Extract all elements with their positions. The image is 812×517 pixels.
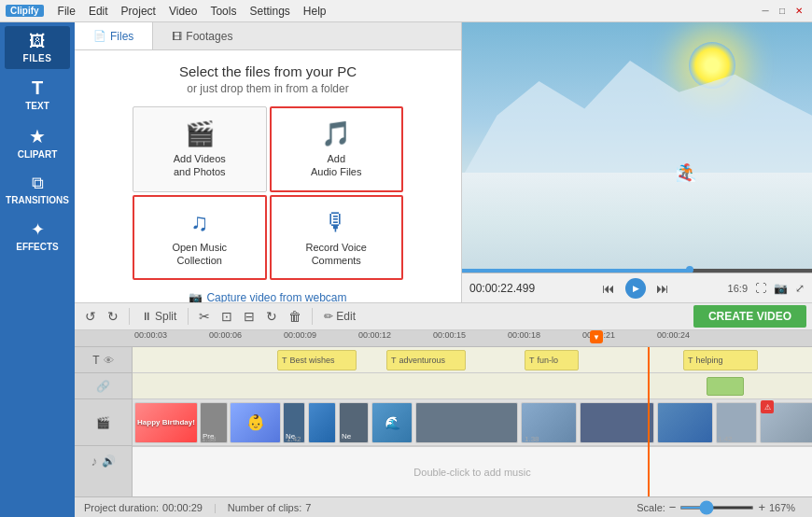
video-clip-11[interactable] xyxy=(657,402,713,443)
text-clip-icon3: T xyxy=(529,356,535,365)
duration-value: 00:00:29 xyxy=(162,502,203,513)
add-videos-button[interactable]: 🎬 Add Videosand Photos xyxy=(133,106,267,192)
files-tab-icon: 📄 xyxy=(93,30,106,42)
menu-video[interactable]: Video xyxy=(162,3,203,20)
tick-4: 00:00:15 xyxy=(433,330,466,340)
text-track-label2: 🔗 xyxy=(75,373,132,399)
redo-btn[interactable]: ↻ xyxy=(103,307,123,326)
duplicate-btn[interactable]: ⊟ xyxy=(239,307,259,326)
sidebar-item-transitions[interactable]: ⧉ TRANSITIONS xyxy=(5,168,70,211)
divider2 xyxy=(188,308,189,325)
clip-fun-loving[interactable]: T fun-lo xyxy=(525,350,579,370)
menu-help[interactable]: Help xyxy=(297,3,333,20)
menu-bar: Clipify File Edit Project Video Tools Se… xyxy=(0,0,812,22)
clips-value: 7 xyxy=(305,502,311,513)
tick-5: 00:00:18 xyxy=(508,330,540,340)
tab-files[interactable]: 📄 Files xyxy=(75,22,153,49)
progress-handle[interactable] xyxy=(686,266,693,272)
sidebar-item-clipart[interactable]: ★ CLIPART xyxy=(5,119,70,165)
separator1: | xyxy=(214,502,217,513)
video-clip-3[interactable]: 👶 xyxy=(230,402,281,443)
scale-minus[interactable]: − xyxy=(669,500,677,514)
divider1 xyxy=(129,308,130,325)
clip-best-wishes[interactable]: T Best wishes xyxy=(277,350,357,370)
prev-frame-btn[interactable]: ⏮ xyxy=(599,279,618,298)
close-btn[interactable]: ✕ xyxy=(791,4,806,19)
add-audio-icon: 🎵 xyxy=(321,119,351,148)
play-pause-btn[interactable]: ▶ xyxy=(625,278,646,299)
text-track-row2 xyxy=(133,373,812,399)
split-btn[interactable]: ⏸ Split xyxy=(135,308,182,325)
footages-tab-label: Footages xyxy=(186,30,232,43)
cursor-marker[interactable]: ▼ xyxy=(590,330,603,343)
audio-track-label: ♪ 🔊 xyxy=(75,446,132,476)
clips-label: Number of clips: xyxy=(228,502,301,513)
video-clip-7[interactable]: 🌊 xyxy=(371,402,413,443)
add-videos-label: Add Videosand Photos xyxy=(174,152,226,179)
video-clip-birthday[interactable]: Happy Birthday! xyxy=(134,402,198,443)
webcam-link[interactable]: 📷 Capture video from webcam xyxy=(189,291,346,302)
menu-project[interactable]: Project xyxy=(115,3,162,20)
crop-btn[interactable]: ⊡ xyxy=(217,307,237,326)
scale-plus[interactable]: + xyxy=(758,500,765,514)
delete-btn[interactable]: 🗑 xyxy=(284,307,306,326)
files-title: Select the files from your PC xyxy=(179,63,357,79)
tabs-row: 📄 Files 🎞 Footages xyxy=(75,22,461,50)
snapshot-btn[interactable]: 📷 xyxy=(774,282,788,295)
video-track-row: Happy Birthday! Pre 👶 Ne Ne 🌊 xyxy=(133,399,812,446)
record-voice-button[interactable]: 🎙 Record VoiceComments xyxy=(270,195,404,281)
file-buttons-grid: 🎬 Add Videosand Photos 🎵 AddAudio Files … xyxy=(133,106,403,280)
split-label: Split xyxy=(155,310,176,323)
maximize-btn[interactable]: □ xyxy=(775,4,790,19)
video-frame: 🏂 xyxy=(462,22,812,272)
ruler-ticks: 00:00:03 00:00:06 00:00:09 00:00:12 00:0… xyxy=(133,330,812,346)
cut-btn[interactable]: ✂ xyxy=(194,307,215,326)
video-clip-10[interactable] xyxy=(580,402,654,443)
menu-file[interactable]: File xyxy=(51,3,82,20)
video-clip-6[interactable]: Ne xyxy=(339,402,369,443)
menu-tools[interactable]: Tools xyxy=(203,3,243,20)
expand-btn[interactable]: ⤢ xyxy=(795,282,805,295)
scale-label: Scale: xyxy=(637,502,665,513)
undo-btn[interactable]: ↺ xyxy=(80,307,101,326)
fullscreen-btn[interactable]: ⛶ xyxy=(755,282,766,295)
sidebar-item-effects[interactable]: ✦ EFFECTS xyxy=(5,214,70,258)
tracks-area: T 👁 🔗 🎬 ♪ 🔊 xyxy=(75,347,812,496)
files-subtitle: or just drop them in from a folder xyxy=(187,82,348,95)
text-clip-icon4: T xyxy=(688,356,693,365)
create-video-btn[interactable]: CREATE VIDEO xyxy=(693,305,806,328)
video-clip-5[interactable] xyxy=(308,402,336,443)
audio-track-row[interactable]: Double-click to add music xyxy=(133,446,812,496)
next-frame-btn[interactable]: ⏭ xyxy=(653,279,672,298)
text-track-row1: T Best wishes T adventurous T fun-lo T xyxy=(133,347,812,373)
timeline: 00:00:03 00:00:06 00:00:09 00:00:12 00:0… xyxy=(75,330,812,496)
scale-percent: 167% xyxy=(769,502,803,513)
open-music-button[interactable]: ♫ Open MusicCollection xyxy=(133,195,267,281)
record-voice-label: Record VoiceComments xyxy=(306,241,367,268)
tab-footages[interactable]: 🎞 Footages xyxy=(153,22,251,49)
files-content: Select the files from your PC or just dr… xyxy=(75,50,461,302)
files-label: FILES xyxy=(23,53,52,63)
clipart-label: CLIPART xyxy=(18,149,58,160)
menu-settings[interactable]: Settings xyxy=(243,3,296,20)
add-audio-button[interactable]: 🎵 AddAudio Files xyxy=(270,106,404,192)
sidebar-item-files[interactable]: 🖼 FILES xyxy=(5,26,70,69)
edit-btn[interactable]: ✏ Edit xyxy=(318,308,361,325)
clip-adventurous[interactable]: T adventurous xyxy=(386,350,466,370)
clip-green1[interactable] xyxy=(707,377,744,396)
menu-edit[interactable]: Edit xyxy=(82,3,115,20)
sidebar-item-text[interactable]: T TEXT xyxy=(5,72,70,117)
tick-2: 00:00:09 xyxy=(284,330,316,340)
effects-label: EFFECTS xyxy=(16,242,59,252)
clip-helping[interactable]: T helping xyxy=(683,350,758,370)
minimize-btn[interactable]: ─ xyxy=(758,4,773,19)
duration-label: Project duration: xyxy=(84,502,159,513)
scale-slider[interactable] xyxy=(679,506,754,510)
video-track-label: 🎬 xyxy=(75,399,132,446)
footages-tab-icon: 🎞 xyxy=(172,31,182,42)
text-track-label: T 👁 xyxy=(75,347,132,373)
rotate-btn[interactable]: ↻ xyxy=(261,307,282,326)
video-clip-8[interactable] xyxy=(415,402,518,443)
snow-ground xyxy=(462,173,812,272)
video-progress-bar[interactable] xyxy=(462,269,812,272)
